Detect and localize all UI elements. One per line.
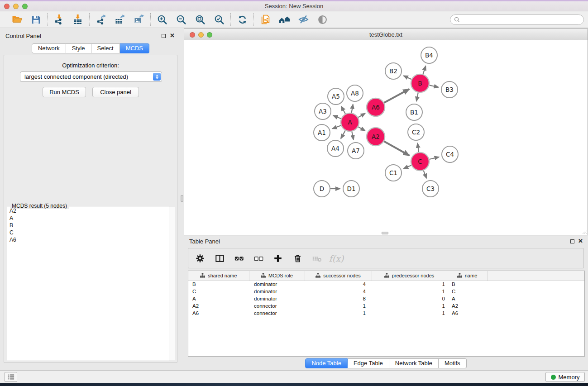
- table-cell[interactable]: 1: [372, 310, 447, 317]
- table-cell[interactable]: 1: [372, 302, 447, 310]
- table-cell[interactable]: 4: [305, 281, 372, 288]
- add-column-icon[interactable]: [272, 253, 284, 264]
- graph-edge-A-A8[interactable]: [352, 105, 353, 113]
- close-table-panel-icon[interactable]: ✕: [578, 238, 583, 244]
- column-header-successor-nodes[interactable]: successor nodes: [305, 271, 372, 281]
- deselect-all-icon[interactable]: [253, 253, 264, 264]
- float-table-panel-icon[interactable]: [570, 239, 574, 243]
- horizontal-splitter-grip[interactable]: [382, 232, 388, 234]
- export-table-icon[interactable]: [114, 14, 126, 25]
- graph-node-B[interactable]: B: [411, 74, 429, 92]
- delete-column-icon[interactable]: [292, 253, 303, 264]
- graph-edge-A-A3[interactable]: [333, 115, 341, 119]
- graph-edge-A-A2[interactable]: [358, 127, 365, 131]
- table-cell[interactable]: 1: [305, 302, 372, 310]
- network-from-file-icon[interactable]: [259, 14, 271, 25]
- graph-node-A2[interactable]: A2: [367, 128, 385, 146]
- tab-edge-table[interactable]: Edge Table: [348, 358, 389, 368]
- mcds-result-item[interactable]: C: [8, 229, 168, 236]
- table-cell[interactable]: 0: [372, 295, 447, 302]
- graph-node-B2[interactable]: B2: [385, 63, 402, 79]
- graph-node-A3[interactable]: A3: [315, 103, 331, 119]
- graph-node-A8[interactable]: A8: [347, 85, 363, 101]
- graph-edge-C-C4[interactable]: [429, 157, 439, 159]
- search-box[interactable]: [450, 14, 584, 25]
- graph-edge-A2-C[interactable]: [384, 141, 409, 156]
- column-header-shared-name[interactable]: shared name: [188, 271, 249, 281]
- graph-edge-A-A6[interactable]: [358, 114, 365, 118]
- table-row[interactable]: Bdominator41B: [188, 281, 584, 288]
- export-image-icon[interactable]: [133, 14, 145, 25]
- table-row[interactable]: Cdominator41C: [188, 288, 584, 295]
- network-window-titlebar[interactable]: testGlobe.txt: [184, 29, 588, 40]
- table-cell[interactable]: connector: [249, 302, 305, 310]
- table-cell[interactable]: A: [447, 295, 488, 302]
- tab-network-table[interactable]: Network Table: [389, 358, 439, 368]
- zoom-selected-icon[interactable]: [213, 14, 225, 25]
- graph-node-A[interactable]: A: [341, 113, 359, 131]
- criterion-dropdown[interactable]: largest connected component (directed): [20, 71, 162, 82]
- zoom-out-icon[interactable]: [175, 14, 187, 25]
- table-cell[interactable]: A2: [447, 302, 488, 310]
- column-header-predecessor-nodes[interactable]: predecessor nodes: [372, 271, 447, 281]
- graph-node-A4[interactable]: A4: [327, 140, 344, 157]
- zoom-in-icon[interactable]: [156, 14, 168, 25]
- graph-edge-A-A1[interactable]: [332, 125, 341, 129]
- memory-button[interactable]: Memory: [545, 372, 585, 382]
- show-graphics-details-icon[interactable]: [316, 14, 328, 25]
- float-panel-icon[interactable]: [162, 34, 166, 38]
- tab-node-table[interactable]: Node Table: [305, 358, 348, 368]
- export-network-icon[interactable]: [95, 14, 107, 25]
- graph-edge-A-A4[interactable]: [341, 130, 345, 138]
- save-session-icon[interactable]: [30, 14, 42, 25]
- table-cell[interactable]: 1: [305, 310, 372, 317]
- table-cell[interactable]: B: [447, 281, 488, 288]
- close-panel-button[interactable]: Close panel: [92, 87, 139, 97]
- window-resize-grip[interactable]: [581, 229, 587, 234]
- settings-gear-icon[interactable]: [194, 253, 206, 264]
- graph-node-D[interactable]: D: [314, 181, 330, 197]
- import-table-icon[interactable]: [72, 14, 84, 25]
- graph-node-A5[interactable]: A5: [328, 88, 344, 105]
- table-cell[interactable]: 8: [305, 295, 372, 302]
- zoom-fit-icon[interactable]: [194, 14, 206, 25]
- table-cell[interactable]: connector: [249, 310, 305, 317]
- graph-edge-C-C2[interactable]: [417, 143, 419, 152]
- network-canvas[interactable]: AA1A2A3A4A5A6A7A8BB1B2B3B4CC1C2C3C4DD1: [184, 40, 588, 235]
- mcds-result-item[interactable]: B: [8, 222, 168, 229]
- graph-node-D1[interactable]: D1: [343, 181, 359, 197]
- graph-edge-B-B1[interactable]: [416, 93, 418, 101]
- table-cell[interactable]: 4: [305, 288, 372, 295]
- table-cell[interactable]: A: [188, 295, 249, 302]
- open-session-icon[interactable]: [11, 14, 23, 25]
- search-input[interactable]: [462, 17, 580, 23]
- table-cell[interactable]: dominator: [249, 295, 305, 302]
- first-neighbors-icon[interactable]: [278, 14, 290, 25]
- graph-node-C[interactable]: C: [411, 152, 429, 171]
- graph-edge-A-A7[interactable]: [352, 132, 354, 140]
- tab-select[interactable]: Select: [91, 43, 120, 53]
- graph-edge-B-B4[interactable]: [423, 66, 425, 74]
- graph-node-A7[interactable]: A7: [348, 143, 364, 159]
- graph-node-A6[interactable]: A6: [367, 98, 385, 116]
- import-network-icon[interactable]: [53, 14, 65, 25]
- graph-node-B4[interactable]: B4: [421, 47, 437, 63]
- result-scrollbar[interactable]: [169, 206, 175, 361]
- tab-mcds[interactable]: MCDS: [120, 43, 149, 53]
- table-row[interactable]: A6connector11A6: [188, 310, 584, 317]
- graph-node-C3[interactable]: C3: [422, 181, 439, 197]
- mcds-result-item[interactable]: A2: [8, 207, 168, 214]
- select-all-icon[interactable]: [233, 253, 245, 264]
- refresh-layout-icon[interactable]: [236, 14, 248, 25]
- table-cell[interactable]: C: [447, 288, 488, 295]
- graph-node-B1[interactable]: B1: [406, 104, 422, 120]
- table-cell[interactable]: B: [188, 281, 249, 288]
- graph-node-A1[interactable]: A1: [314, 124, 330, 141]
- vertical-splitter-grip[interactable]: [181, 195, 183, 202]
- table-cell[interactable]: A2: [188, 302, 249, 310]
- table-cell[interactable]: A6: [447, 310, 488, 317]
- graph-node-C1[interactable]: C1: [385, 165, 402, 181]
- tab-motifs[interactable]: Motifs: [439, 358, 467, 368]
- mcds-result-item[interactable]: A6: [8, 236, 168, 243]
- hide-selected-icon[interactable]: [297, 14, 309, 25]
